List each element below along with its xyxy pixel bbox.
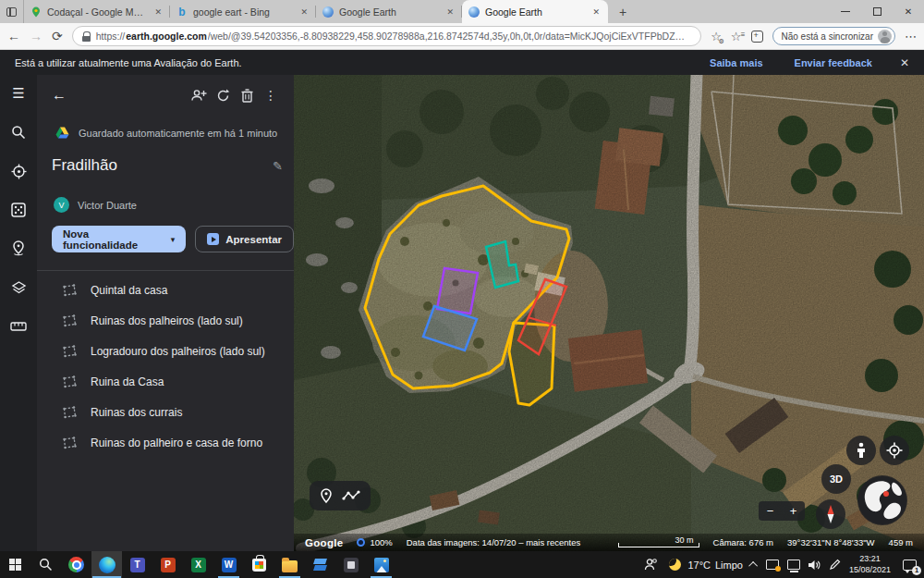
panel-buttons: Nova funcionalidade ▾ Apresentar [52,226,294,252]
weather-widget[interactable]: 17°C Limpo [687,560,743,571]
browser-menu-button[interactable]: ⋯ [905,30,917,43]
chevron-down-icon: ▾ [171,235,176,244]
network-icon[interactable] [787,560,800,570]
tab-title: Codaçal - Google Maps [47,6,147,18]
imagery-quality[interactable]: 100% [357,537,392,547]
present-button[interactable]: Apresentar [195,226,294,252]
share-add-person-icon[interactable] [187,89,211,102]
feature-label: Logradouro dos palheiros (lado sul) [91,345,265,358]
weather-moon-icon[interactable] [669,559,681,571]
tab-bing[interactable]: b google eart - Bing ✕ [170,0,316,23]
polygon-icon [61,314,79,327]
edit-pencil-icon[interactable]: ✎ [273,159,283,173]
globe-overview-button[interactable] [857,475,907,525]
favorites-list-button[interactable]: ☆≡ [731,30,742,43]
tab-close-icon[interactable]: ✕ [590,6,602,18]
people-button[interactable] [632,551,669,578]
search-icon[interactable] [8,122,29,142]
map-viewport[interactable]: 3D − + Google 100% Data das imagens: 14/… [294,75,924,551]
taskbar-chrome[interactable] [61,551,91,578]
purple-polygon [437,268,478,314]
menu-icon[interactable]: ☰ [8,83,29,104]
notice-close-icon[interactable]: ✕ [900,56,909,69]
polygon-icon [61,405,79,419]
feature-row[interactable]: Ruina da Casa [37,366,294,397]
tab-close-icon[interactable]: ✕ [298,6,310,18]
taskbar-file-explorer[interactable] [274,551,305,578]
zoom-out-button[interactable]: − [759,502,782,520]
pen-icon[interactable] [829,559,841,571]
earth-app: ☰ ← [0,75,924,551]
3d-toggle-button[interactable]: 3D [821,464,851,494]
taskbar-app-blue[interactable] [305,551,335,578]
tray-screen-icon[interactable] [766,560,779,570]
measure-ruler-icon[interactable] [8,316,29,337]
tab-close-icon[interactable]: ✕ [152,6,164,18]
tab-google-earth[interactable]: Google Earth ✕ [316,0,462,23]
trash-icon[interactable] [235,89,259,103]
back-arrow-icon[interactable]: ← [52,87,67,104]
feeling-lucky-dice-icon[interactable] [8,200,29,220]
owner-avatar: V [54,197,69,213]
autosave-text: Guardado automaticamente em há 1 minuto [79,128,277,139]
start-button[interactable] [0,551,30,578]
learn-more-link[interactable]: Saiba mais [710,57,762,68]
back-button[interactable]: ← [7,29,20,43]
notification-badge: 1 [912,566,921,575]
compass-icon[interactable] [816,499,845,529]
path-icon[interactable] [342,489,360,502]
clock-date: 15/08/2021 [849,565,891,575]
gear-icon: ⚙ [719,38,724,45]
map-style-layers-icon[interactable] [8,277,29,298]
taskbar-photos[interactable] [366,551,396,578]
refresh-button[interactable]: ⟳ [52,29,63,43]
taskbar-app-dark[interactable] [335,551,366,578]
project-title-row: Fradilhão ✎ [52,156,283,175]
refresh-icon[interactable] [211,89,235,103]
new-tab-button[interactable]: + [612,1,634,23]
feature-row[interactable]: Ruinas dos palheiros (lado sul) [37,305,294,336]
taskbar-powerpoint[interactable]: P [152,551,183,578]
taskbar-search-button[interactable] [30,551,61,578]
new-feature-button[interactable]: Nova funcionalidade ▾ [52,226,186,252]
feature-row[interactable]: Ruinas do palheiro e casa de forno [37,427,294,458]
bing-icon: b [176,6,188,18]
maximize-button[interactable] [861,0,893,22]
google-logo: Google [305,537,343,548]
profile-avatar [878,30,892,43]
collections-button[interactable] [751,31,763,43]
tab-google-maps[interactable]: Codaçal - Google Maps ✕ [24,0,170,23]
taskbar-excel[interactable]: X [183,551,213,578]
feature-list: Quintal da casa Ruinas dos palheiros (la… [37,275,294,458]
taskbar-store[interactable] [244,551,274,578]
taskbar-word[interactable]: W [213,551,244,578]
feature-row[interactable]: Ruinas dos currais [37,397,294,427]
feature-row[interactable]: Logradouro dos palheiros (lado sul) [37,336,294,366]
address-bar[interactable]: https://earth.google.com/web/@39.5420335… [72,26,701,46]
layers-app-icon [313,558,327,572]
pegman-streetview-button[interactable] [846,436,876,465]
close-window-button[interactable]: ✕ [893,0,924,22]
send-feedback-link[interactable]: Enviar feedback [795,57,872,68]
feature-row[interactable]: Quintal da casa [37,275,294,305]
vertical-tabs-button[interactable] [0,0,24,23]
taskbar-teams[interactable]: T [122,551,152,578]
tab-google-earth-active[interactable]: Google Earth ✕ [462,0,608,23]
hidden-icons-chevron[interactable] [751,561,758,568]
profile-button[interactable]: Não está a sincronizar [772,27,896,45]
projects-pin-icon[interactable] [8,239,29,259]
kebab-menu-icon[interactable]: ⋮ [259,88,283,103]
minimize-button[interactable] [830,0,861,22]
present-label: Apresentar [225,234,282,245]
voyager-icon[interactable] [8,161,29,181]
tab-close-icon[interactable]: ✕ [444,6,456,18]
clock[interactable]: 23:21 15/08/2021 [849,554,891,575]
forward-button[interactable]: → [30,29,43,43]
volume-icon[interactable] [808,560,821,571]
favorites-star-button[interactable]: ☆⚙ [711,30,722,43]
taskbar-edge[interactable] [91,551,122,578]
placemark-icon[interactable] [320,488,333,504]
my-location-button[interactable] [880,436,909,465]
action-center-button[interactable]: 1 [903,560,917,571]
zoom-in-button[interactable]: + [782,502,805,520]
